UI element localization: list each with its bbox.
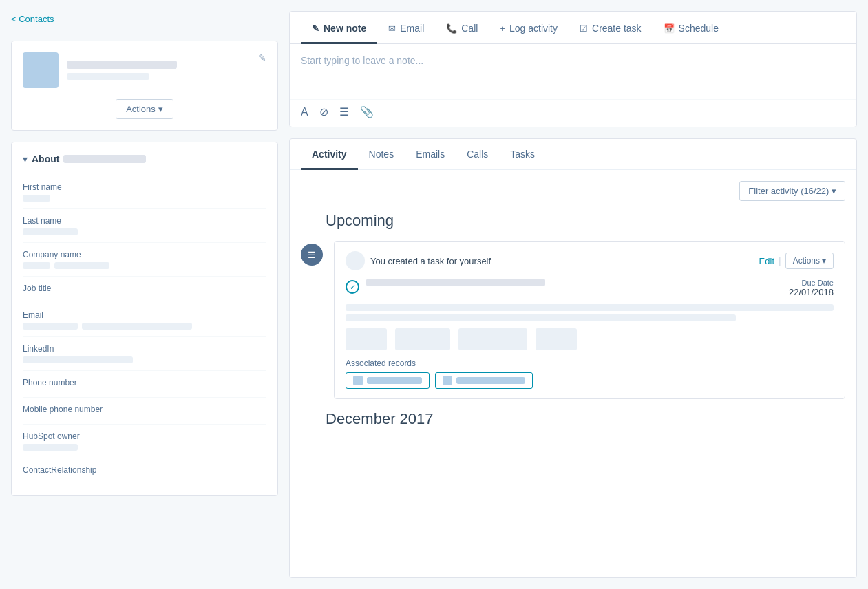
assoc-tag-2[interactable]: [435, 372, 533, 389]
attachment-icon[interactable]: 📎: [360, 105, 374, 118]
tab-create-task-label: Create task: [592, 23, 642, 34]
note-toolbar: A ⊘ ☰ 📎: [290, 99, 856, 127]
activity-body: Filter activity (16/22) ▾ Upcoming ☰: [290, 170, 856, 439]
field-mobile-phone: Mobile phone number: [23, 398, 266, 425]
assoc-tag-1-dot: [353, 376, 363, 385]
new-note-icon: ✎: [312, 23, 319, 34]
strikethrough-icon[interactable]: ⊘: [319, 105, 328, 118]
field-first-name: First name: [23, 175, 266, 209]
assoc-tag-1-bar: [367, 377, 422, 384]
email-value: [23, 323, 266, 330]
list-icon[interactable]: ☰: [339, 105, 349, 118]
company-name-value: [23, 262, 266, 269]
task-extra-3: [458, 328, 527, 350]
activity-tab-notes[interactable]: Notes: [358, 139, 405, 170]
task-extra-1: [346, 328, 387, 350]
activity-content: Filter activity (16/22) ▾ Upcoming ☰: [290, 170, 856, 439]
tab-schedule-label: Schedule: [679, 23, 719, 34]
content-bar-1: [346, 304, 834, 311]
upcoming-heading: Upcoming: [301, 212, 845, 230]
chevron-down-icon: ▾: [23, 153, 28, 164]
contact-sub-bar: [67, 73, 149, 80]
about-section: ▾ About First name Last name Company nam…: [11, 142, 278, 496]
note-body[interactable]: Start typing to leave a note...: [290, 44, 856, 99]
task-due-label: Due Date: [789, 279, 834, 287]
activity-tab-activity[interactable]: Activity: [301, 139, 358, 170]
assoc-tag-2-bar: [456, 377, 525, 384]
about-title-bar: [63, 155, 146, 163]
avatar: [23, 52, 59, 88]
task-card-header: You created a task for yourself Edit | A…: [346, 251, 834, 270]
filter-activity-button[interactable]: Filter activity (16/22) ▾: [739, 181, 845, 201]
assoc-records-label: Associated records: [346, 358, 834, 368]
mobile-phone-label: Mobile phone number: [23, 405, 266, 414]
assoc-tag-2-dot: [443, 376, 452, 385]
field-job-title: Job title: [23, 277, 266, 303]
task-row: ✓ Due Date 22/01/2018: [346, 279, 834, 297]
content-bar-2: [346, 314, 736, 321]
contact-info: [67, 61, 266, 80]
task-extra-2: [395, 328, 450, 350]
tab-email[interactable]: ✉ Email: [377, 12, 435, 44]
note-editor-card: ✎ New note ✉ Email 📞 Call + Log activity…: [289, 11, 857, 127]
tab-create-task[interactable]: ☑ Create task: [569, 12, 653, 44]
font-icon[interactable]: A: [301, 106, 308, 118]
timeline-dot: ☰: [301, 244, 323, 266]
contact-card: ✎ Actions ▾: [11, 41, 278, 131]
tab-call-label: Call: [461, 23, 478, 34]
task-body-rows: [346, 304, 834, 321]
email-icon: ✉: [388, 23, 396, 34]
assoc-tag-1[interactable]: [346, 372, 430, 389]
first-name-label: First name: [23, 182, 266, 192]
job-title-label: Job title: [23, 283, 266, 293]
field-linkedin: LinkedIn: [23, 337, 266, 371]
activity-tab-bar: Activity Notes Emails Calls Tasks: [290, 139, 856, 170]
schedule-icon: 📅: [664, 23, 675, 34]
task-due-value: 22/01/2018: [789, 287, 834, 297]
task-divider: |: [779, 255, 781, 266]
task-card: You created a task for yourself Edit | A…: [334, 241, 845, 399]
task-edit-link[interactable]: Edit: [759, 256, 774, 266]
task-meta: You created a task for yourself: [346, 251, 491, 270]
filter-activity-label: Filter activity (16/22) ▾: [748, 186, 836, 196]
field-hubspot-owner: HubSpot owner: [23, 425, 266, 458]
timeline-item: ☰ You created a task for yourself: [301, 241, 845, 399]
activity-tab-calls[interactable]: Calls: [456, 139, 499, 170]
tab-log-activity[interactable]: + Log activity: [489, 12, 569, 44]
last-name-label: Last name: [23, 216, 266, 226]
tab-new-note[interactable]: ✎ New note: [301, 12, 377, 44]
task-details: [366, 279, 782, 289]
task-actions: Edit | Actions ▾: [759, 253, 834, 269]
activity-section: Activity Notes Emails Calls Tasks Filter…: [289, 138, 857, 578]
create-task-icon: ☑: [580, 23, 588, 34]
about-title: About: [32, 153, 146, 164]
tab-new-note-label: New note: [324, 23, 366, 34]
task-due-date: Due Date 22/01/2018: [789, 279, 834, 297]
tab-call[interactable]: 📞 Call: [435, 12, 489, 44]
assoc-tags: [346, 372, 834, 389]
field-phone: Phone number: [23, 371, 266, 398]
associated-records: Associated records: [346, 358, 834, 389]
edit-icon[interactable]: ✎: [258, 52, 266, 63]
note-tab-bar: ✎ New note ✉ Email 📞 Call + Log activity…: [290, 12, 856, 44]
breadcrumb-link[interactable]: < Contacts: [11, 14, 278, 24]
field-company-name: Company name: [23, 243, 266, 277]
task-extra-4: [536, 328, 577, 350]
tab-schedule[interactable]: 📅 Schedule: [653, 12, 730, 44]
tab-log-activity-label: Log activity: [509, 23, 558, 34]
task-actions-label: Actions: [793, 256, 820, 266]
task-created-label: You created a task for yourself: [370, 256, 491, 266]
task-extra-row: [346, 328, 834, 350]
task-check-icon[interactable]: ✓: [346, 280, 359, 294]
task-actions-button[interactable]: Actions ▾: [785, 253, 834, 269]
activity-tab-tasks[interactable]: Tasks: [499, 139, 546, 170]
last-name-value: [23, 228, 78, 235]
contact-name-bar: [67, 61, 177, 69]
activity-tab-emails[interactable]: Emails: [405, 139, 456, 170]
call-icon: 📞: [446, 23, 457, 34]
actions-button[interactable]: Actions ▾: [116, 99, 173, 119]
email-label: Email: [23, 310, 266, 320]
task-created-text: You created a task for yourself: [370, 256, 491, 266]
linkedin-label: LinkedIn: [23, 344, 266, 354]
hubspot-owner-label: HubSpot owner: [23, 431, 266, 441]
